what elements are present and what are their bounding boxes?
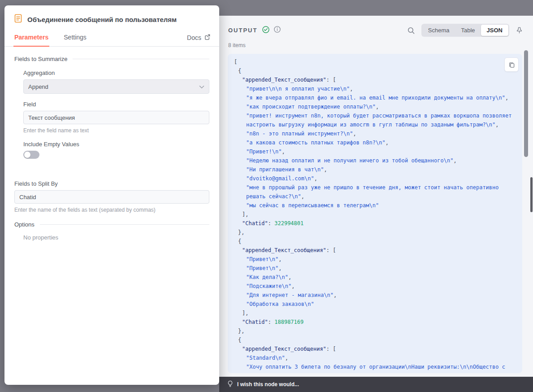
section-label: Fields to Summarize: [14, 56, 67, 62]
json-line: "appended_Текст_сообщения": [: [234, 75, 517, 84]
copy-icon[interactable]: [504, 57, 519, 72]
toggle-knob: [24, 152, 30, 158]
split-by-hint: Enter the name of the fields as text (se…: [14, 207, 209, 213]
section-options: Options: [14, 221, 209, 228]
json-line: "привет\n\n я оплатил участие\n",: [234, 84, 517, 93]
json-line: "мне в пррошлый раз уже не пришло в тече…: [234, 183, 517, 201]
view-tab-json[interactable]: JSON: [481, 25, 508, 36]
split-by-input[interactable]: [14, 190, 209, 204]
aggregation-label: Aggregation: [23, 70, 209, 76]
output-scrollbar-thumb[interactable]: [524, 50, 528, 157]
docs-link[interactable]: Docs: [187, 34, 210, 41]
section-fields-to-summarize: Fields to Summarize: [14, 56, 209, 62]
info-icon[interactable]: [273, 26, 281, 35]
aggregation-select[interactable]: Append: [23, 79, 209, 94]
include-empty-label: Include Empty Values: [23, 141, 209, 148]
json-line: },: [234, 228, 517, 237]
node-settings-panel: Объединение сообщений по пользователям P…: [4, 5, 219, 385]
json-line: ],: [234, 210, 517, 219]
json-line: "Привет!\n",: [234, 147, 517, 156]
tab-settings[interactable]: Settings: [63, 29, 87, 46]
json-line: "Как дела?\n",: [234, 273, 517, 282]
json-line: {: [234, 237, 517, 246]
success-check-icon: [262, 26, 270, 35]
aggregation-value: Append: [28, 83, 48, 90]
json-line: },: [234, 327, 517, 335]
json-line: "а какова стоимость платных тарифов n8n?…: [234, 138, 517, 147]
json-view-lines: [{"appended_Текст_сообщения": ["привет\n…: [228, 54, 522, 373]
json-line: "Chatid": 322994801: [234, 219, 517, 228]
json-line: "Standard\n",: [234, 353, 517, 362]
parameters-body: Fields to Summarize Aggregation Append F…: [4, 47, 219, 385]
json-line: "Подскажите\n",: [234, 282, 517, 291]
bulb-icon: [227, 380, 233, 388]
section-label: Options: [14, 221, 35, 228]
view-tab-table[interactable]: Table: [455, 25, 481, 36]
node-icon: [13, 13, 23, 25]
json-line: "привет! инструмент n8n, который будет р…: [234, 111, 517, 129]
no-properties-note: No properties: [23, 234, 209, 241]
ndv-overlay: OUTPUT Schema Table JSON 8: [0, 0, 533, 392]
items-count: 8 items: [219, 42, 533, 53]
json-line: {: [234, 335, 517, 344]
field-label: Field: [23, 101, 209, 108]
json-line: "Привет\n",: [234, 255, 517, 264]
feedback-text: I wish this node would...: [237, 381, 299, 388]
view-switch: Schema Table JSON: [421, 24, 509, 37]
node-header: Объединение сообщений по пользователям: [4, 5, 219, 25]
field-input[interactable]: [23, 111, 209, 124]
json-line: {: [234, 66, 517, 75]
json-line: "Обработка заказов\n": [234, 300, 517, 309]
section-rule: [40, 224, 209, 225]
search-icon[interactable]: [407, 26, 415, 35]
json-line: "appended_Текст_сообщения": [: [234, 344, 517, 353]
output-status-icons: [262, 26, 281, 35]
field-hint: Enter the field name as text: [23, 127, 209, 134]
tabs-row: Parameters Settings Docs: [4, 29, 219, 47]
feedback-bar[interactable]: I wish this node would...: [219, 377, 533, 392]
json-line: "Привет\n",: [234, 264, 517, 273]
summarize-group: Aggregation Append Field Enter the field…: [14, 70, 209, 159]
vertical-gap: [14, 159, 209, 177]
json-line: "как происходит подтверждение оплаты?\n"…: [234, 102, 517, 111]
json-line: "Chatid": 188987169: [234, 318, 517, 327]
section-rule: [73, 59, 209, 59]
tab-parameters[interactable]: Parameters: [13, 29, 49, 46]
json-line: "Ни приглашения в чат\n",: [234, 165, 517, 174]
json-line: ],: [234, 309, 517, 318]
output-panel: OUTPUT Schema Table JSON 8: [219, 16, 533, 392]
output-header: OUTPUT Schema Table JSON: [219, 16, 533, 42]
json-line: "мы сейчас в переписываемся в телеграм\n…: [234, 201, 517, 210]
page-scrollbar-thumb[interactable]: [530, 177, 533, 212]
include-empty-toggle[interactable]: [23, 151, 39, 159]
json-line: [: [234, 57, 517, 66]
node-title: Объединение сообщений по пользователям: [27, 16, 177, 23]
json-line: "я же вчера отправлял фио и email. на em…: [234, 93, 517, 102]
options-group: No properties: [14, 234, 209, 241]
json-line: "n8n - это платный инструмент?\n",: [234, 129, 517, 138]
external-link-icon: [204, 34, 210, 41]
chevron-down-icon: [199, 83, 204, 90]
view-tab-schema[interactable]: Schema: [422, 25, 455, 36]
json-line: "Для интернет - магазина\n",: [234, 291, 517, 300]
json-line: "dvoitko@gmail.com\n",: [234, 174, 517, 183]
output-title: OUTPUT: [228, 27, 257, 34]
split-by-label: Fields to Split By: [14, 180, 209, 187]
json-line: "Неделю назад оплатил и не получил ничег…: [234, 156, 517, 165]
docs-label: Docs: [187, 34, 201, 41]
json-output-view[interactable]: [{"appended_Текст_сообщения": ["привет\n…: [228, 54, 522, 373]
json-line: "appended_Текст_сообщения": [: [234, 246, 517, 255]
pin-icon[interactable]: [516, 26, 523, 34]
json-line: "Хочу оплатить 3 билета по безналу от ор…: [234, 362, 517, 373]
